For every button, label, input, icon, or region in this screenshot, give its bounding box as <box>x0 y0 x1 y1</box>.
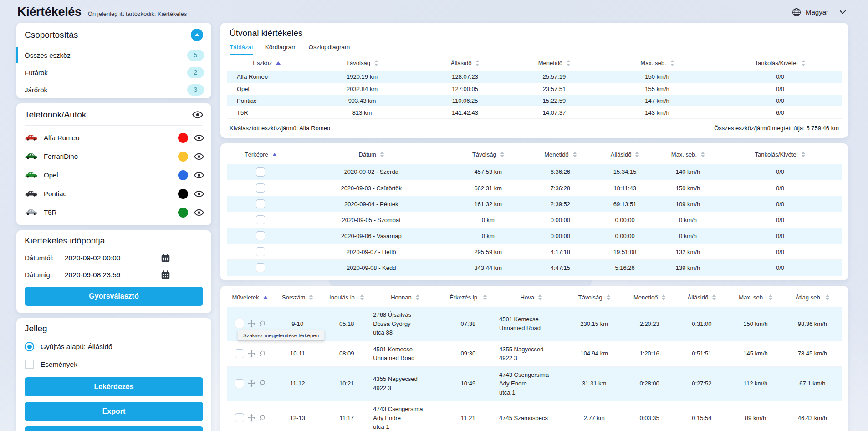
device-visibility-button[interactable] <box>194 133 204 143</box>
segment-checkbox[interactable] <box>235 349 244 358</box>
show-on-map-button[interactable] <box>247 414 256 422</box>
show-on-map-button[interactable] <box>247 379 256 388</box>
device-row[interactable]: Opel <box>16 166 211 184</box>
table-cell: 46.43 km/h <box>783 401 842 431</box>
collapse-button[interactable] <box>191 29 203 41</box>
device-row[interactable]: FerrariDino <box>16 147 211 166</box>
color-dot[interactable] <box>178 208 188 218</box>
language-selector[interactable]: Magyar <box>792 8 846 17</box>
table-cell: 09:30 <box>439 341 497 366</box>
date-from-calendar-button[interactable] <box>161 253 170 263</box>
group-item[interactable]: Összes eszköz5 <box>16 46 211 64</box>
column-header[interactable]: Állásidő <box>418 55 513 71</box>
group-item[interactable]: Járőrök3 <box>16 81 211 98</box>
color-dot[interactable] <box>178 189 188 199</box>
color-dot[interactable] <box>178 170 188 180</box>
table-row[interactable]: T5R813 km141:42:4314:07:37143 km/h6/0 <box>227 106 842 118</box>
column-header[interactable]: Sorszám <box>273 288 322 307</box>
zoom-segment-button[interactable] <box>259 414 267 422</box>
color-dot[interactable] <box>178 133 188 143</box>
date-to-calendar-button[interactable] <box>161 270 170 279</box>
map-checkbox[interactable] <box>256 263 265 272</box>
device-row[interactable]: T5R <box>16 203 211 222</box>
toggle-all-visibility-button[interactable] <box>192 109 203 120</box>
tab-táblázat[interactable]: Táblázat <box>230 44 253 55</box>
map-checkbox[interactable] <box>256 247 265 256</box>
table-row: 2020-09-03 - Csütörtök662.31 km7:36:2818… <box>227 180 842 196</box>
column-header[interactable]: Távolság <box>565 288 623 307</box>
pdf-export-button[interactable]: Pdf menetlevél export <box>25 426 203 431</box>
column-header[interactable]: Honnan <box>371 288 439 307</box>
tab-kördiagram[interactable]: Kördiagram <box>265 44 297 55</box>
table-cell: 662.31 km <box>448 180 528 196</box>
magnifier-icon <box>259 414 267 422</box>
map-checkbox[interactable] <box>256 231 265 240</box>
radio-selected-icon[interactable] <box>25 342 34 351</box>
eye-icon <box>194 133 204 143</box>
column-header[interactable]: Menetidő <box>513 55 596 71</box>
group-item[interactable]: Futárok2 <box>16 64 211 81</box>
color-dot[interactable] <box>178 152 188 162</box>
table-cell: Opel <box>227 83 307 95</box>
table-row[interactable]: Opel2032.84 km127:00:0523:57:51155 km/h0… <box>227 83 842 95</box>
segment-checkbox[interactable] <box>235 379 244 388</box>
device-visibility-button[interactable] <box>194 189 204 199</box>
date-to-row: Dátumig: 2020-09-08 23:59 <box>25 270 203 279</box>
device-visibility-button[interactable] <box>194 152 204 162</box>
show-on-map-button[interactable] <box>247 350 256 358</box>
column-header[interactable]: Állásidő <box>676 288 728 307</box>
map-checkbox[interactable] <box>256 167 265 177</box>
column-header[interactable]: Átlag seb. <box>783 288 842 307</box>
quick-select-button[interactable]: Gyorsválasztó <box>25 287 203 306</box>
date-to-input[interactable]: 2020-09-08 23:59 <box>65 271 120 279</box>
segment-checkbox[interactable] <box>235 413 244 422</box>
column-header[interactable]: Állásidő <box>592 145 657 164</box>
column-header[interactable]: Műveletek <box>227 288 273 307</box>
column-header[interactable]: Indulás ip. <box>322 288 371 307</box>
column-header[interactable]: Érkezés ip. <box>439 288 497 307</box>
column-header[interactable]: Eszköz <box>227 55 307 71</box>
device-visibility-button[interactable] <box>194 170 204 180</box>
query-button[interactable]: Lekérdezés <box>25 377 203 396</box>
table-row[interactable]: Alfa Romeo1920.19 km128:07:2325:57:19150… <box>227 71 842 83</box>
segment-checkbox[interactable] <box>235 319 244 328</box>
device-row[interactable]: Alfa Romeo <box>16 128 211 147</box>
column-header[interactable]: Tankolás/Kivétel <box>719 145 842 164</box>
sort-icon <box>826 294 829 300</box>
column-header[interactable]: Térképre <box>227 145 295 164</box>
ignition-radio-label: Gyújtás alapú: Állásidő <box>41 343 112 351</box>
tab-oszlopdiagram[interactable]: Oszlopdiagram <box>309 44 350 55</box>
table-cell: 0/0 <box>719 212 842 228</box>
magnifier-icon <box>259 320 267 328</box>
column-header[interactable]: Távolság <box>448 145 528 164</box>
table-row[interactable]: Pontiac993.43 km110:06:2515:22:59147 km/… <box>227 95 842 106</box>
table-cell: 2020-09-06 - Vasárnap <box>295 228 449 244</box>
device-visibility-button[interactable] <box>194 208 204 218</box>
map-checkbox[interactable] <box>256 215 265 224</box>
column-header[interactable]: Max. seb. <box>657 145 719 164</box>
export-button[interactable]: Export <box>25 402 203 421</box>
column-header[interactable]: Max. seb. <box>728 288 783 307</box>
period-title: Kiértékelés időpontja <box>25 236 203 246</box>
date-from-input[interactable]: 2020-09-02 00:00 <box>65 254 120 262</box>
events-checkbox-label: Események <box>41 360 77 369</box>
column-header[interactable]: Menetidő <box>528 145 593 164</box>
column-header[interactable]: Dátum <box>295 145 449 164</box>
device-row[interactable]: Pontiac <box>16 184 211 203</box>
table-cell: 0/0 <box>719 260 842 276</box>
table-cell: 78.45 km/h <box>783 341 842 366</box>
zoom-segment-button[interactable] <box>259 380 267 387</box>
column-header[interactable]: Menetidő <box>623 288 676 307</box>
column-header[interactable]: Max. seb. <box>596 55 719 71</box>
column-header[interactable]: Tankolás/Kivétel <box>719 55 842 71</box>
column-header[interactable]: Hova <box>497 288 565 307</box>
map-checkbox[interactable] <box>256 199 265 208</box>
events-checkbox[interactable] <box>25 360 34 369</box>
show-on-map-button[interactable] <box>247 319 256 328</box>
zoom-segment-button[interactable] <box>259 350 267 358</box>
zoom-segment-button[interactable] <box>259 320 267 328</box>
breadcrumb: Ön jelenleg itt tartózkodik: Kiértékelés <box>88 10 187 17</box>
column-header[interactable]: Távolság <box>307 55 418 71</box>
table-cell: 05:18 <box>322 307 371 341</box>
map-checkbox[interactable] <box>256 183 265 193</box>
